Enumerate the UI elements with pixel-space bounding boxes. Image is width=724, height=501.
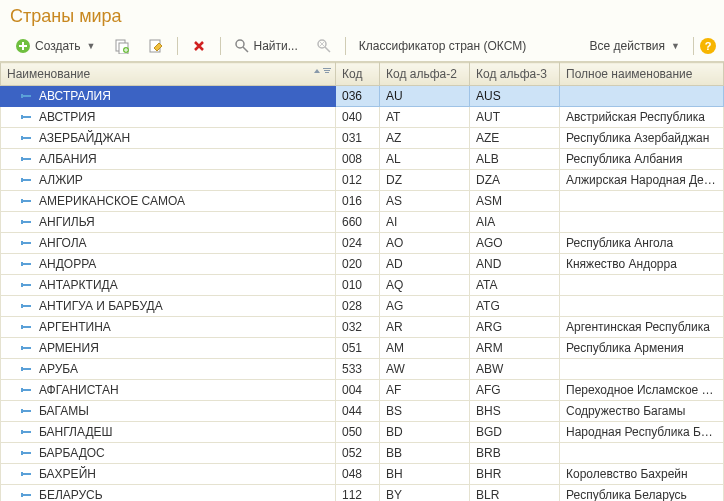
svg-rect-37 xyxy=(21,367,23,371)
copy-icon xyxy=(114,38,130,54)
col-alpha3[interactable]: Код альфа-3 xyxy=(470,63,560,86)
cell-name: БАГАМЫ xyxy=(1,401,336,422)
delete-icon xyxy=(191,38,207,54)
table-row[interactable]: АНГИЛЬЯ660AIAIA xyxy=(1,212,724,233)
svg-rect-25 xyxy=(21,241,23,245)
row-marker-icon xyxy=(21,197,33,205)
copy-button[interactable] xyxy=(107,35,137,57)
col-full[interactable]: Полное наименование xyxy=(560,63,724,86)
cell-name: АРУБА xyxy=(1,359,336,380)
cell-alpha3: BGD xyxy=(470,422,560,443)
separator xyxy=(177,37,178,55)
svg-rect-29 xyxy=(21,283,23,287)
cell-full: Королевство Бахрейн xyxy=(560,464,724,485)
table-row[interactable]: АРГЕНТИНА032ARARGАргентинская Республика xyxy=(1,317,724,338)
cell-alpha2: AZ xyxy=(380,128,470,149)
table-row[interactable]: АРУБА533AWABW xyxy=(1,359,724,380)
cell-code: 008 xyxy=(336,149,380,170)
svg-rect-9 xyxy=(325,72,329,73)
col-name[interactable]: Наименование xyxy=(1,63,336,86)
table-row[interactable]: БАРБАДОС052BBBRB xyxy=(1,443,724,464)
cell-name: БАХРЕЙН xyxy=(1,464,336,485)
table-row[interactable]: БАНГЛАДЕШ050BDBGDНародная Республика Бан… xyxy=(1,422,724,443)
table-row[interactable]: АЛБАНИЯ008ALALBРеспублика Албания xyxy=(1,149,724,170)
table-row[interactable]: АНТАРКТИДА010AQATA xyxy=(1,275,724,296)
svg-rect-27 xyxy=(21,262,23,266)
edit-button[interactable] xyxy=(141,35,171,57)
svg-rect-8 xyxy=(324,70,330,71)
table-row[interactable]: АРМЕНИЯ051AMARMРеспублика Армения xyxy=(1,338,724,359)
cell-alpha3: ARM xyxy=(470,338,560,359)
cell-name: АНГОЛА xyxy=(1,233,336,254)
add-icon xyxy=(15,38,31,54)
cell-full: Аргентинская Республика xyxy=(560,317,724,338)
cell-alpha2: AD xyxy=(380,254,470,275)
cell-alpha2: BD xyxy=(380,422,470,443)
col-name-label: Наименование xyxy=(7,67,90,81)
cell-code: 048 xyxy=(336,464,380,485)
row-marker-icon xyxy=(21,134,33,142)
cell-alpha2: AT xyxy=(380,107,470,128)
table-row[interactable]: АЗЕРБАЙДЖАН031AZAZEРеспублика Азербайджа… xyxy=(1,128,724,149)
table-row[interactable]: БАХРЕЙН048BHBHRКоролевство Бахрейн xyxy=(1,464,724,485)
cell-full xyxy=(560,191,724,212)
create-button[interactable]: Создать ▼ xyxy=(8,35,103,57)
find-button[interactable]: Найти... xyxy=(227,35,305,57)
sort-indicator xyxy=(312,66,331,76)
cell-name: АМЕРИКАНСКОЕ САМОА xyxy=(1,191,336,212)
cell-code: 052 xyxy=(336,443,380,464)
cell-code: 533 xyxy=(336,359,380,380)
cell-code: 028 xyxy=(336,296,380,317)
table-row[interactable]: АНДОРРА020ADANDКняжество Андорра xyxy=(1,254,724,275)
svg-rect-45 xyxy=(21,451,23,455)
cell-code: 050 xyxy=(336,422,380,443)
row-marker-icon xyxy=(21,92,33,100)
row-marker-icon xyxy=(21,470,33,478)
clear-search-button[interactable] xyxy=(309,35,339,57)
row-marker-icon xyxy=(21,386,33,394)
header-row: Наименование Код Код альфа-2 Код альфа-3… xyxy=(1,63,724,86)
filter-icon xyxy=(323,67,331,75)
cell-alpha2: AS xyxy=(380,191,470,212)
table-row[interactable]: АНГОЛА024AOAGOРеспублика Ангола xyxy=(1,233,724,254)
table-row[interactable]: БЕЛАРУСЬ112BYBLRРеспублика Беларусь xyxy=(1,485,724,502)
svg-point-5 xyxy=(236,40,244,48)
col-code[interactable]: Код xyxy=(336,63,380,86)
svg-rect-41 xyxy=(21,409,23,413)
cell-code: 010 xyxy=(336,275,380,296)
cell-full xyxy=(560,86,724,107)
cell-full: Республика Азербайджан xyxy=(560,128,724,149)
data-grid: Наименование Код Код альфа-2 Код альфа-3… xyxy=(0,62,724,501)
cell-full: Народная Республика Бангладеш xyxy=(560,422,724,443)
all-actions-button[interactable]: Все действия ▼ xyxy=(583,36,687,56)
separator xyxy=(220,37,221,55)
cell-code: 660 xyxy=(336,212,380,233)
cell-alpha2: BB xyxy=(380,443,470,464)
help-button[interactable]: ? xyxy=(700,38,716,54)
table-row[interactable]: АФГАНИСТАН004AFAFGПереходное Исламское Г… xyxy=(1,380,724,401)
find-label: Найти... xyxy=(254,39,298,53)
delete-button[interactable] xyxy=(184,35,214,57)
table-row[interactable]: АВСТРАЛИЯ036AUAUS xyxy=(1,86,724,107)
cell-code: 031 xyxy=(336,128,380,149)
row-marker-icon xyxy=(21,302,33,310)
table-row[interactable]: АЛЖИР012DZDZAАлжирская Народная Демократ… xyxy=(1,170,724,191)
svg-rect-15 xyxy=(21,136,23,140)
col-alpha2[interactable]: Код альфа-2 xyxy=(380,63,470,86)
table-row[interactable]: АМЕРИКАНСКОЕ САМОА016ASASM xyxy=(1,191,724,212)
sort-asc-icon xyxy=(312,66,322,76)
cell-code: 112 xyxy=(336,485,380,502)
row-marker-icon xyxy=(21,239,33,247)
cell-name: АВСТРИЯ xyxy=(1,107,336,128)
table-row[interactable]: АВСТРИЯ040ATAUTАвстрийская Республика xyxy=(1,107,724,128)
dropdown-caret-icon: ▼ xyxy=(87,41,96,51)
classifier-button[interactable]: Классификатор стран (ОКСМ) xyxy=(352,36,533,56)
cell-code: 032 xyxy=(336,317,380,338)
cell-alpha3: BHR xyxy=(470,464,560,485)
dropdown-caret-icon: ▼ xyxy=(671,41,680,51)
cell-name: АНДОРРА xyxy=(1,254,336,275)
edit-icon xyxy=(148,38,164,54)
cell-alpha3: ATA xyxy=(470,275,560,296)
table-row[interactable]: АНТИГУА И БАРБУДА028AGATG xyxy=(1,296,724,317)
table-row[interactable]: БАГАМЫ044BSBHSСодружество Багамы xyxy=(1,401,724,422)
